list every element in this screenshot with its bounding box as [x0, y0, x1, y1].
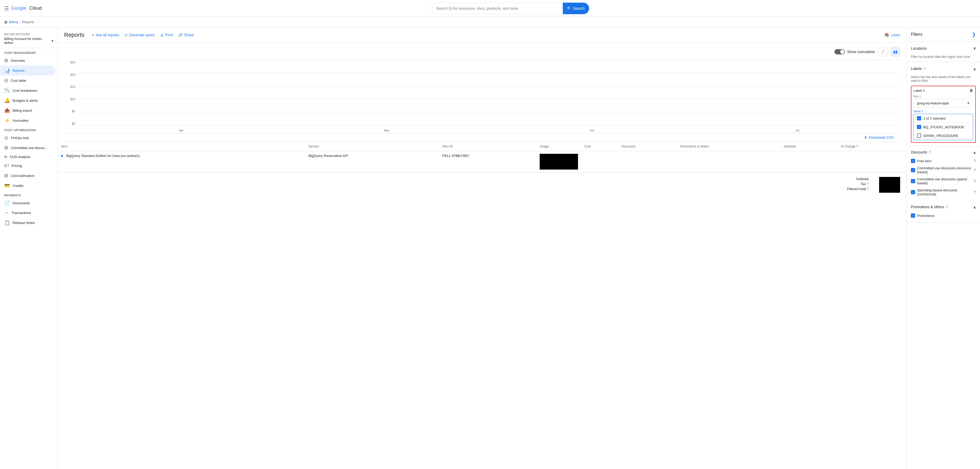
- bar-chart-button[interactable]: ▮▮: [891, 47, 900, 56]
- tax-help-icon: ?: [867, 182, 869, 186]
- value-summary-text: 1 of 2 selected: [923, 116, 946, 120]
- search-bar-container: 🔍 Search: [45, 3, 976, 14]
- committed-resource-label: Committed use discounts (resource based): [917, 166, 974, 174]
- delete-label-icon[interactable]: 🗑: [969, 88, 973, 93]
- y-label-25: $25: [64, 61, 75, 64]
- checkbox-committed-resource[interactable]: ✓: [911, 168, 915, 172]
- content-area: Reports ≡ See all reports ⊙ Generate que…: [58, 27, 907, 469]
- breadcrumb-reports: Reports: [22, 20, 34, 24]
- line-chart-button[interactable]: ╱: [878, 47, 888, 56]
- billing-account-label: Billing account: [4, 33, 53, 36]
- sidebar-item-label: FinOps hub: [11, 136, 29, 140]
- cell-service: BigQuery Reservation API: [305, 151, 439, 172]
- checkbox-committed-spend[interactable]: ✓: [911, 179, 915, 183]
- sidebar-item-anomalies[interactable]: ⚡ Anomalies: [0, 115, 56, 125]
- labels-section-header[interactable]: Labels ? ▴: [907, 62, 980, 75]
- sidebar-item-finops-hub[interactable]: ◎ FinOps hub: [0, 133, 56, 143]
- sidebar-item-transactions[interactable]: ↔ Transactions: [0, 208, 56, 218]
- cell-discounts: [619, 151, 677, 172]
- col-header-usage: Usage: [536, 142, 581, 151]
- billing-account-name[interactable]: Billing Account for looker-delive ▾: [4, 37, 53, 45]
- search-input[interactable]: [436, 6, 561, 11]
- discounts-header[interactable]: Discounts ? ▴: [911, 146, 976, 157]
- discounts-label: Discounts ?: [911, 150, 931, 154]
- labels-help-icon: ?: [924, 67, 926, 71]
- sidebar-item-committed-use[interactable]: ⊞ Committed use discou...: [0, 143, 56, 153]
- option-spark[interactable]: SPARK_PROCEDURE: [914, 131, 973, 140]
- main-layout: Billing account Billing Account for look…: [0, 27, 980, 469]
- top-nav: ☰ Google Cloud 🔍 Search: [0, 0, 980, 17]
- promotions-header[interactable]: Promotions & others ? ▴: [911, 201, 976, 212]
- chevron-down-icon: ▾: [51, 39, 53, 43]
- promotions-help-icon: ?: [947, 205, 948, 209]
- sidebar-item-credits[interactable]: 💳 Credits: [0, 180, 56, 191]
- credits-icon: 💳: [4, 183, 10, 188]
- cell-subtotal: [778, 151, 838, 172]
- locations-section-header[interactable]: Locations ▾: [907, 42, 980, 55]
- discounts-chevron-icon: ▴: [974, 149, 976, 155]
- promotions-item: ✓ Promotions: [911, 212, 976, 219]
- sidebar-item-pricing[interactable]: 🏷 Pricing: [0, 161, 56, 171]
- col-header-discounts: Discounts: [619, 142, 677, 151]
- hamburger-icon[interactable]: ☰: [4, 5, 9, 11]
- sidebar-item-reports[interactable]: 📊 Reports: [0, 65, 56, 75]
- sidebar-item-cost-table[interactable]: ⊟ Cost table: [0, 75, 56, 85]
- reports-icon: 📊: [4, 67, 10, 73]
- filters-expand-icon[interactable]: ❯: [972, 32, 976, 37]
- labels-chevron-icon: ▴: [974, 66, 976, 72]
- show-cumulative-toggle[interactable]: Show cumulative: [834, 49, 875, 54]
- col-header-subtotal: ↓ Subtotal: [778, 142, 838, 151]
- x-label-apr: Apr: [78, 129, 284, 132]
- generate-query-link[interactable]: ⊙ Generate query: [124, 33, 155, 37]
- breadcrumb-billing[interactable]: Billing: [9, 20, 18, 24]
- cell-promotions: [677, 151, 778, 172]
- sidebar-item-cost-breakdown[interactable]: 📉 Cost breakdown: [0, 85, 56, 96]
- pricing-icon: 🏷: [4, 163, 9, 169]
- checkbox-free-tiers[interactable]: ✓: [911, 159, 915, 163]
- label-1-box: Label 1 🗑 Key 1 goog-bq-feature-type Val…: [911, 86, 976, 143]
- cumulative-switch[interactable]: [834, 49, 845, 54]
- key-select[interactable]: goog-bq-feature-type: [913, 99, 973, 107]
- share-link[interactable]: 🔗 Share: [178, 33, 194, 37]
- committed-use-icon: ⊞: [4, 145, 8, 151]
- discount-item-committed-spend: ✓ Committed use discounts (spend based) …: [911, 175, 976, 187]
- download-row: ⬇ Download CSV: [64, 133, 900, 142]
- sidebar-item-billing-export[interactable]: 📤 Billing export: [0, 105, 56, 115]
- download-csv-button[interactable]: ⬇ Download CSV: [864, 136, 894, 140]
- print-link[interactable]: 🖨 Print: [160, 33, 173, 37]
- sidebar-item-documents[interactable]: 📄 Documents: [0, 198, 56, 208]
- sidebar-item-label: Billing export: [13, 108, 32, 113]
- search-button[interactable]: 🔍 Search: [563, 3, 589, 14]
- table-header-row: SKU Service SKU ID Usage Cost Discounts …: [58, 142, 907, 151]
- promotions-chevron-icon: ▴: [974, 204, 976, 210]
- col-header-service: Service: [305, 142, 439, 151]
- option-bq-studio[interactable]: ✓ BQ_STUDIO_NOTEBOOK: [914, 123, 973, 131]
- option-bq-studio-label: BQ_STUDIO_NOTEBOOK: [923, 125, 964, 129]
- col-header-sku: SKU: [58, 142, 305, 151]
- help-icon: ?: [856, 145, 858, 148]
- sidebar-item-cost-estimation[interactable]: ⊞ Cost estimation: [0, 171, 56, 180]
- bar-chart-icon: ▮▮: [893, 50, 897, 54]
- chart-controls: Show cumulative ╱ ▮▮: [64, 47, 900, 56]
- see-all-reports-link[interactable]: ≡ See all reports: [92, 33, 119, 37]
- sidebar-item-label: Pricing: [11, 164, 22, 168]
- sidebar-item-label: Reports: [13, 69, 25, 73]
- billing-export-icon: 📤: [4, 107, 10, 113]
- anomalies-icon: ⚡: [4, 118, 10, 123]
- page-title: Reports: [64, 32, 84, 38]
- checkbox-spending-contractual[interactable]: ✓: [911, 190, 915, 194]
- cost-breakdown-icon: 📉: [4, 88, 10, 93]
- sidebar-item-label: Overview: [11, 59, 25, 62]
- promotions-item-label: Promotions: [917, 214, 935, 218]
- data-table: SKU Service SKU ID Usage Cost Discounts …: [58, 142, 907, 172]
- checkbox-promotions[interactable]: ✓: [911, 214, 915, 218]
- sidebar-item-release-notes[interactable]: 📋 Release Notes: [0, 218, 56, 228]
- col-header-cost: Cost: [581, 142, 619, 151]
- sidebar-item-overview[interactable]: ⊞ Overview: [0, 56, 56, 65]
- value-summary[interactable]: — 1 of 2 selected: [914, 114, 973, 123]
- learn-button[interactable]: 📚 Learn: [885, 33, 900, 37]
- cell-change: [838, 151, 907, 172]
- table-row: BigQuery Standard Edition for Iowa (us-c…: [58, 151, 907, 172]
- sidebar-item-cud-analysis[interactable]: % CUD analysis: [0, 153, 56, 161]
- sidebar-item-budgets-alerts[interactable]: 🔔 Budgets & alerts: [0, 96, 56, 105]
